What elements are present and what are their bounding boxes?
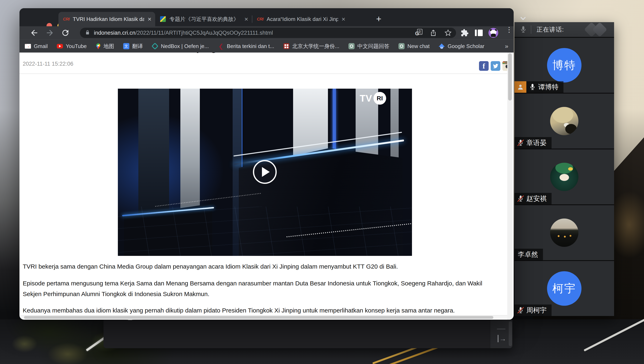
microphone-icon	[520, 26, 526, 33]
participant-tile[interactable]: 赵安祺	[514, 149, 614, 204]
meeting-header: 正在讲话:	[514, 22, 614, 37]
participant-name: 周柯宇	[526, 306, 547, 315]
bookmarks-bar: Gmail YouTube 地图 文 翻译 NedBox | Oefen je.…	[20, 39, 514, 53]
browser-toolbar: indonesian.cri.cn/2022/11/11/ARTITjhtiQC…	[20, 26, 514, 39]
url-text: indonesian.cri.cn/2022/11/11/ARTITjhtiQC…	[94, 30, 408, 36]
forward-button[interactable]	[45, 28, 54, 37]
divider	[497, 329, 506, 329]
scrollbar[interactable]	[509, 321, 512, 346]
news-favicon-icon	[160, 16, 166, 22]
gmail-icon	[25, 43, 31, 49]
participant-nametag: 章语晏	[514, 137, 552, 148]
mic-muted-icon	[518, 195, 524, 202]
bookmark-translate[interactable]: 文 翻译	[123, 43, 143, 50]
bookmark-youtube[interactable]: YouTube	[57, 43, 87, 50]
avatar	[550, 163, 578, 191]
background-window-sidebar: →	[490, 320, 512, 348]
participant-name: 赵安祺	[526, 194, 547, 203]
expand-panel-icon[interactable]: →	[498, 335, 506, 342]
share-buttons: f	[479, 61, 512, 71]
bookmark-gmail[interactable]: Gmail	[25, 43, 48, 50]
bookmark-pku[interactable]: 北京大学统一身份...	[283, 43, 340, 50]
profile-avatar[interactable]	[488, 28, 498, 38]
avatar	[550, 107, 578, 135]
vertical-scrollbar[interactable]	[507, 53, 512, 320]
bookmark-maps[interactable]: 地图	[96, 43, 114, 50]
play-button[interactable]	[253, 160, 277, 184]
article-paragraph: Episode pertama mengusung tema Kerja Sam…	[23, 280, 482, 287]
tab-acara-idiom[interactable]: CRI Acara“Idiom Klasik dari Xi Jinpi ×	[252, 12, 349, 26]
horizontal-scrollbar[interactable]	[20, 315, 507, 319]
article-title-clipped: TVRI Hadirkan Idiom Klasik dari Xi Jinpi…	[22, 53, 473, 55]
mic-muted-icon	[518, 139, 524, 146]
avatar	[550, 219, 578, 247]
bookmark-nedbox[interactable]: NedBox | Oefen je...	[152, 43, 209, 50]
background-window[interactable]: →	[104, 320, 512, 348]
meeting-app-logo-icon	[585, 24, 608, 35]
reload-button[interactable]	[61, 28, 70, 37]
participant-tile[interactable]: 博特 谭博特	[514, 38, 614, 93]
tvri-logo: TV RI	[360, 92, 386, 105]
participant-nametag: 周柯宇	[514, 304, 552, 316]
participant-nametag: 李卓然	[514, 249, 543, 260]
bookmarks-overflow-chevron[interactable]: »	[505, 43, 508, 50]
bookmark-scholar[interactable]: Google Scholar	[439, 43, 484, 50]
divider	[20, 73, 507, 74]
google-scholar-icon	[439, 43, 445, 49]
avatar: 柯宇	[547, 271, 582, 306]
bookmark-chatgpt-2[interactable]: New chat	[398, 43, 430, 50]
host-badge-icon	[514, 81, 526, 93]
participant-name: 李卓然	[518, 250, 538, 259]
participant-name: 章语晏	[526, 138, 547, 147]
maps-pin-icon	[96, 43, 101, 49]
pku-seal-icon	[283, 43, 290, 49]
play-icon	[262, 167, 270, 177]
back-button[interactable]	[30, 28, 39, 37]
nedbox-icon	[152, 43, 158, 49]
cri-favicon-icon: CRI	[63, 16, 70, 22]
close-tab-icon[interactable]: ×	[148, 16, 152, 22]
translate-icon[interactable]: G文	[415, 29, 422, 37]
article-paragraph: Sekjen Perhimpunan Alumni Tiongkok di In…	[23, 291, 210, 297]
extensions-icon[interactable]	[460, 29, 469, 37]
bookmark-star-icon[interactable]	[444, 29, 452, 37]
mic-muted-icon	[518, 307, 524, 314]
tab-strip: CRI TVRI Hadirkan Idiom Klasik dari × 专题…	[20, 8, 514, 26]
chatgpt-icon	[348, 43, 354, 49]
close-tab-icon[interactable]: ×	[244, 16, 248, 22]
address-bar[interactable]: indonesian.cri.cn/2022/11/11/ARTITjhtiQC…	[80, 28, 456, 38]
participant-tile[interactable]: 章语晏	[514, 94, 614, 148]
mic-on-icon	[530, 84, 535, 90]
page-content: TVRI Hadirkan Idiom Klasik dari Xi Jinpi…	[20, 53, 514, 320]
twitter-share-icon[interactable]	[491, 61, 500, 71]
youtube-icon	[57, 43, 63, 49]
facebook-share-icon[interactable]: f	[479, 61, 489, 71]
lock-icon[interactable]	[85, 30, 90, 36]
tab-documentary[interactable]: 专题片《习近平喜欢的典故》（E ×	[155, 12, 252, 26]
scrollbar-thumb[interactable]	[24, 316, 493, 319]
chatgpt-icon	[398, 43, 404, 49]
avatar: 博特	[547, 48, 582, 82]
bookmark-berita[interactable]: ❮ Berita terkini dan t...	[218, 43, 274, 50]
participant-tile[interactable]: 李卓然	[514, 205, 614, 260]
new-tab-button[interactable]: +	[376, 14, 382, 23]
close-tab-icon[interactable]: ×	[342, 16, 345, 22]
side-panel-icon[interactable]	[475, 30, 483, 36]
tabs: CRI TVRI Hadirkan Idiom Klasik dari × 专题…	[58, 12, 349, 26]
participant-nametag: 谭博特	[514, 81, 564, 93]
participant-tile[interactable]: 柯宇 周柯宇	[514, 261, 614, 316]
meeting-panel: 正在讲话: 博特 谭博特	[514, 22, 614, 316]
tab-tvri-article[interactable]: CRI TVRI Hadirkan Idiom Klasik dari ×	[58, 12, 155, 26]
browser-menu-icon[interactable]: ⋮	[506, 28, 510, 31]
article-paragraph: TVRI bekerja sama dengan China Media Gro…	[23, 263, 398, 270]
browser-window: CRI TVRI Hadirkan Idiom Klasik dari × 专题…	[20, 8, 514, 320]
bookmark-chatgpt-1[interactable]: 中文问题回答	[348, 43, 390, 50]
divider	[531, 26, 531, 34]
google-translate-icon: 文	[123, 43, 129, 49]
share-icon[interactable]	[430, 29, 437, 37]
scrollbar-thumb[interactable]	[508, 53, 512, 101]
cri-favicon-icon: CRI	[257, 16, 264, 22]
video-player[interactable]: TV RI	[118, 89, 412, 256]
article-date: 2022-11-11 15:22:06	[23, 61, 74, 67]
participant-name: 谭博特	[538, 82, 558, 92]
